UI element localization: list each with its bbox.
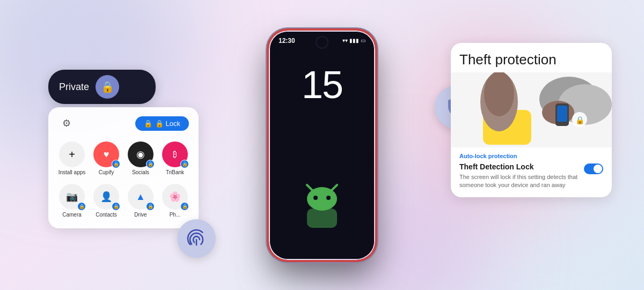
lock-badge-cupify: 🔒 (112, 160, 120, 168)
socials-label: Socials (132, 169, 149, 175)
app-socials[interactable]: ◉ 🔒 Socials (125, 138, 157, 179)
cupify-label: Cupify (99, 169, 114, 175)
theft-detection-title: Theft Detection Lock (459, 162, 580, 171)
private-lock-bubble: 🔒 (96, 75, 119, 99)
lock-badge-tribank: 🔒 (180, 160, 189, 168)
lock-icon-small: 🔒 (144, 120, 152, 128)
lock-badge-contacts: 🔒 (112, 202, 120, 211)
tribank-label: TriBank (166, 169, 184, 175)
lock-button-label: 🔒 Lock (155, 120, 180, 128)
install-apps-icon: + (69, 148, 75, 161)
lock-badge-socials: 🔒 (146, 160, 155, 168)
app-drive[interactable]: ▲ 🔒 Drive (125, 181, 157, 221)
theft-card-footer: Auto-lock protection Theft Detection Loc… (451, 147, 612, 197)
lock-badge-drive: 🔒 (146, 202, 155, 211)
camera-label: Camera (62, 212, 82, 218)
lock-badge-photos: 🔒 (180, 202, 189, 211)
private-label: Private (59, 81, 89, 93)
socials-icon: ◉ (136, 148, 145, 160)
theft-protection-title: Theft protection (451, 43, 612, 72)
drive-label: Drive (134, 212, 147, 218)
phone-device: 12:30 ▾▾ ▮▮▮ ▭ 15 (268, 30, 376, 261)
signal-icon: ▮▮▮ (349, 38, 359, 43)
fingerprint-icon (186, 228, 207, 249)
svg-point-12 (484, 72, 514, 116)
app-contacts[interactable]: 👤 🔒 Contacts (90, 181, 122, 221)
apps-panel-header: ⚙ 🔒 🔒 Lock (56, 115, 191, 132)
app-install-apps[interactable]: + Install apps (56, 138, 88, 179)
svg-rect-5 (307, 209, 337, 228)
app-camera[interactable]: 📷 🔒 Camera (56, 181, 88, 221)
lock-button[interactable]: 🔒 🔒 Lock (135, 116, 189, 131)
svg-text:🔒: 🔒 (575, 116, 585, 125)
wifi-icon: ▾▾ (342, 38, 348, 43)
camera-icon: 📷 (66, 191, 78, 203)
drive-icon: ▲ (136, 191, 145, 203)
apps-grid: + Install apps ♥ 🔒 Cupify ◉ 🔒 Socials (56, 138, 191, 221)
theft-card-illustration: 🔒 (451, 72, 612, 147)
apps-panel: ⚙ 🔒 🔒 Lock + Install apps ♥ 🔒 Cupify (48, 107, 199, 228)
contacts-label: Contacts (96, 212, 116, 218)
app-cupify[interactable]: ♥ 🔒 Cupify (90, 138, 122, 179)
gear-icon[interactable]: ⚙ (58, 115, 75, 132)
android-mascot (295, 184, 349, 227)
svg-point-3 (313, 196, 318, 200)
private-space-card: Private 🔒 ⚙ 🔒 🔒 Lock + Install apps ♥ (48, 70, 199, 228)
theft-detection-desc: The screen will lock if this setting det… (459, 173, 580, 190)
phone-notch (316, 36, 328, 49)
svg-point-2 (307, 187, 337, 211)
tribank-icon: ₿ (173, 150, 177, 159)
theft-detection-toggle[interactable] (584, 163, 603, 174)
cupify-icon: ♥ (104, 149, 109, 160)
app-tribank[interactable]: ₿ 🔒 TriBank (159, 138, 191, 179)
photos-icon: 🌸 (169, 191, 181, 203)
install-apps-label: Install apps (58, 169, 86, 175)
app-photos[interactable]: 🌸 🔒 Ph... (159, 181, 191, 221)
fingerprint-bubble (177, 219, 216, 258)
phone-screen: 12:30 ▾▾ ▮▮▮ ▭ 15 (270, 32, 374, 259)
lock-badge-camera: 🔒 (77, 202, 86, 211)
lock-icon: 🔒 (101, 80, 114, 93)
battery-icon: ▭ (361, 38, 365, 43)
auto-lock-label: Auto-lock protection (459, 153, 603, 159)
private-pill: Private 🔒 (48, 70, 156, 104)
svg-point-4 (326, 196, 331, 200)
status-icons: ▾▾ ▮▮▮ ▭ (342, 38, 365, 43)
phone-time: 12:30 (279, 37, 295, 44)
theft-detection-row: Theft Detection Lock The screen will loc… (459, 162, 603, 190)
theft-detection-text: Theft Detection Lock The screen will loc… (459, 162, 580, 190)
svg-rect-17 (557, 106, 567, 122)
theft-protection-card: Theft protection 🔒 Auto-lock protection (451, 43, 612, 197)
phone-clock-display: 15 (302, 63, 342, 107)
photos-label: Ph... (170, 212, 181, 218)
contacts-icon: 👤 (100, 191, 112, 203)
